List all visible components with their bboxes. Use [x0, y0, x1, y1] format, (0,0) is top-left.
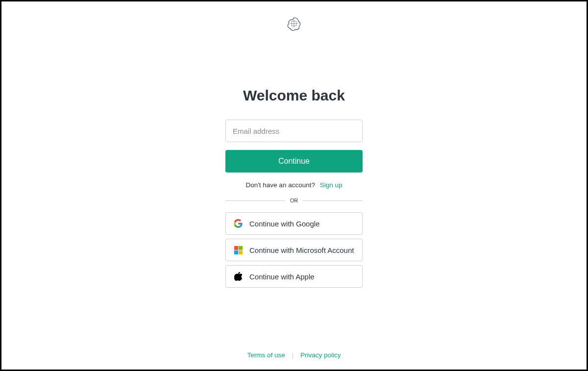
or-divider: OR [225, 198, 363, 203]
continue-button[interactable]: Continue [225, 150, 363, 173]
divider-line [303, 200, 363, 201]
signup-prompt-row: Don't have an account? Sign up [216, 181, 372, 189]
page-title: Welcome back [216, 87, 372, 104]
footer-links: Terms of use | Privacy policy [247, 351, 341, 359]
google-button-label: Continue with Google [249, 220, 319, 228]
continue-with-microsoft-button[interactable]: Continue with Microsoft Account [225, 239, 363, 261]
email-field[interactable] [225, 120, 363, 142]
divider-line [225, 200, 285, 201]
google-icon [234, 219, 243, 228]
continue-with-google-button[interactable]: Continue with Google [225, 212, 363, 235]
continue-with-apple-button[interactable]: Continue with Apple [225, 265, 363, 288]
microsoft-button-label: Continue with Microsoft Account [249, 246, 354, 254]
or-label: OR [290, 198, 298, 203]
openai-logo-icon [287, 16, 301, 31]
signup-prompt-text: Don't have an account? [246, 181, 315, 189]
privacy-link[interactable]: Privacy policy [300, 351, 341, 359]
signup-link[interactable]: Sign up [320, 181, 343, 189]
footer-separator: | [292, 351, 294, 359]
apple-icon [234, 272, 243, 281]
microsoft-icon [234, 246, 243, 254]
terms-link[interactable]: Terms of use [247, 351, 285, 359]
apple-button-label: Continue with Apple [249, 272, 315, 281]
